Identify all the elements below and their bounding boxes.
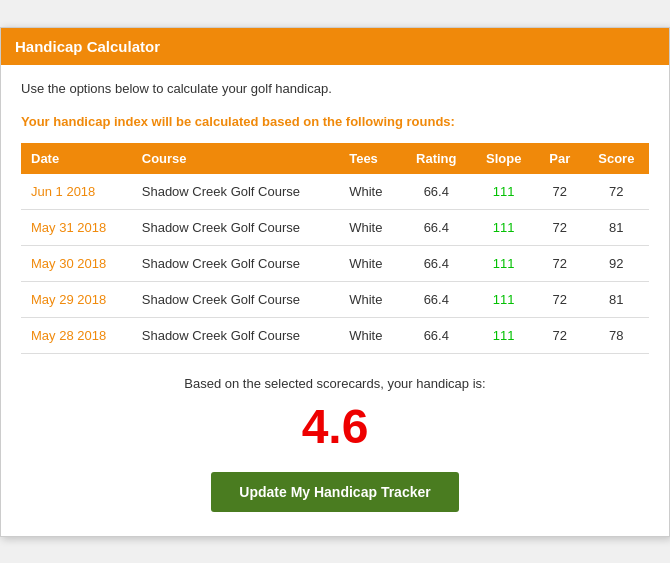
cell-date: May 28 2018 — [21, 317, 132, 353]
col-header-date: Date — [21, 143, 132, 174]
cell-course: Shadow Creek Golf Course — [132, 174, 339, 210]
cell-date: May 31 2018 — [21, 209, 132, 245]
table-row: May 28 2018Shadow Creek Golf CourseWhite… — [21, 317, 649, 353]
app-window: Handicap Calculator Use the options belo… — [0, 27, 670, 537]
cell-par: 72 — [536, 281, 584, 317]
table-row: Jun 1 2018Shadow Creek Golf CourseWhite6… — [21, 174, 649, 210]
table-header-row: Date Course Tees Rating Slope Par Score — [21, 143, 649, 174]
rounds-label: Your handicap index will be calculated b… — [21, 114, 649, 129]
col-header-rating: Rating — [401, 143, 471, 174]
table-row: May 30 2018Shadow Creek Golf CourseWhite… — [21, 245, 649, 281]
col-header-course: Course — [132, 143, 339, 174]
cell-rating: 66.4 — [401, 245, 471, 281]
cell-rating: 66.4 — [401, 317, 471, 353]
cell-course: Shadow Creek Golf Course — [132, 245, 339, 281]
cell-rating: 66.4 — [401, 209, 471, 245]
cell-score: 78 — [584, 317, 649, 353]
cell-course: Shadow Creek Golf Course — [132, 317, 339, 353]
handicap-section: Based on the selected scorecards, your h… — [21, 376, 649, 512]
cell-course: Shadow Creek Golf Course — [132, 209, 339, 245]
table-body: Jun 1 2018Shadow Creek Golf CourseWhite6… — [21, 174, 649, 354]
rounds-table: Date Course Tees Rating Slope Par Score … — [21, 143, 649, 354]
cell-tees: White — [339, 317, 401, 353]
cell-score: 92 — [584, 245, 649, 281]
cell-par: 72 — [536, 245, 584, 281]
title-bar: Handicap Calculator — [1, 28, 669, 65]
handicap-value: 4.6 — [21, 399, 649, 454]
cell-tees: White — [339, 281, 401, 317]
cell-score: 81 — [584, 209, 649, 245]
cell-rating: 66.4 — [401, 281, 471, 317]
cell-score: 81 — [584, 281, 649, 317]
table-row: May 31 2018Shadow Creek Golf CourseWhite… — [21, 209, 649, 245]
col-header-tees: Tees — [339, 143, 401, 174]
title-label: Handicap Calculator — [15, 38, 160, 55]
update-handicap-button[interactable]: Update My Handicap Tracker — [211, 472, 458, 512]
rounds-suffix: will be calculated based on the followin… — [148, 114, 455, 129]
col-header-par: Par — [536, 143, 584, 174]
cell-slope: 111 — [471, 281, 535, 317]
cell-slope: 111 — [471, 245, 535, 281]
cell-par: 72 — [536, 209, 584, 245]
cell-course: Shadow Creek Golf Course — [132, 281, 339, 317]
cell-slope: 111 — [471, 174, 535, 210]
cell-tees: White — [339, 174, 401, 210]
rounds-prefix: Your — [21, 114, 53, 129]
handicap-label: Based on the selected scorecards, your h… — [21, 376, 649, 391]
cell-tees: White — [339, 209, 401, 245]
cell-rating: 66.4 — [401, 174, 471, 210]
rounds-highlight: handicap index — [53, 114, 148, 129]
cell-slope: 111 — [471, 317, 535, 353]
cell-date: May 29 2018 — [21, 281, 132, 317]
col-header-slope: Slope — [471, 143, 535, 174]
cell-score: 72 — [584, 174, 649, 210]
cell-par: 72 — [536, 174, 584, 210]
cell-date: Jun 1 2018 — [21, 174, 132, 210]
cell-date: May 30 2018 — [21, 245, 132, 281]
table-row: May 29 2018Shadow Creek Golf CourseWhite… — [21, 281, 649, 317]
subtitle-text: Use the options below to calculate your … — [21, 81, 649, 96]
cell-slope: 111 — [471, 209, 535, 245]
cell-par: 72 — [536, 317, 584, 353]
col-header-score: Score — [584, 143, 649, 174]
main-content: Use the options below to calculate your … — [1, 65, 669, 536]
cell-tees: White — [339, 245, 401, 281]
